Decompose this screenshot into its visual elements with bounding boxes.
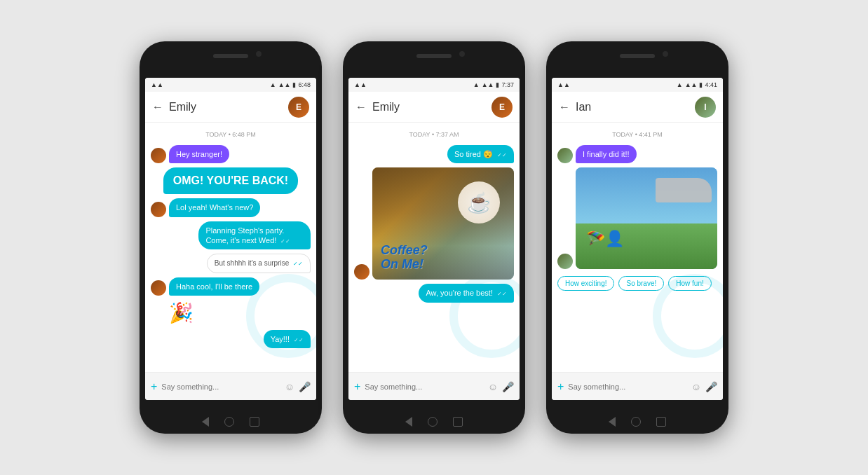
emoji-msg-1: 🎉 [169,301,311,324]
time-2: 7:37 [501,81,514,88]
bubble-6: Yay!!! ✓✓ [264,330,311,348]
tick-p2-2: ✓✓ [497,291,507,297]
message-input-2[interactable] [365,383,483,391]
nav-bar-1 [202,417,259,427]
nav-recent-2[interactable] [453,417,463,427]
status-icons-3: ▲ ▲▲ ▮ 4:41 [677,81,717,88]
back-arrow-3[interactable]: ← [559,101,570,113]
timestamp-1: TODAY • 6:48 PM [151,131,311,138]
nav-home-1[interactable] [224,417,234,427]
phone-body-2: ▲▲ ▲ ▲▲ ▮ 7:37 ← Emily E TODA [343,41,525,434]
msg-row-coffee: ☕ Coffee?On Me! [354,167,514,280]
msg-avatar-1 [151,148,166,163]
screen-3: ▲▲ ▲ ▲▲ ▮ 4:41 ← Ian I TODAY [552,78,723,400]
msg-row-skydive: 🪂👤 [557,167,717,269]
nav-bar-3 [609,417,666,427]
nav-back-2[interactable] [405,417,412,427]
status-signal-3: ▲▲ [557,81,570,88]
smart-reply-exciting[interactable]: How exciting! [557,276,614,291]
skydive-image: 🪂👤 [576,167,717,269]
mic-icon-1[interactable]: 🎤 [299,381,311,392]
msg-row-6: Yay!!! ✓✓ [151,330,311,348]
status-icons-2: ▲ ▲▲ ▮ 7:37 [473,81,514,88]
plane-shape [656,178,712,202]
add-icon-1[interactable]: + [151,380,157,393]
avatar-img-3: I [695,97,716,118]
tick-4: ✓✓ [293,261,303,267]
input-bar-1[interactable]: + ☺ 🎤 [145,372,316,400]
wifi-icon-2: ▲ [473,81,480,88]
contact-name-3: Ian [576,101,689,113]
smart-reply-fun[interactable]: How fun! [668,276,711,291]
back-arrow-2[interactable]: ← [355,101,367,113]
msg-row-2: Lol yeah! What's new? [151,198,311,216]
people-silhouette: 🪂👤 [586,230,624,248]
timestamp-3: TODAY • 4:41 PM [557,131,717,138]
mic-icon-3[interactable]: 🎤 [705,381,717,392]
tick-p2-1: ✓✓ [497,152,507,158]
signal-icon-3: ▲▲ [685,81,698,88]
msg-avatar-2 [151,202,166,217]
bubble-p3-1: I finally did it!! [576,145,637,163]
message-input-1[interactable] [161,383,280,391]
back-arrow-1[interactable]: ← [152,101,163,113]
bubble-5: Haha cool, I'll be there [169,277,259,296]
app-bar-2: ← Emily E [348,92,520,123]
smart-reply-brave[interactable]: So brave! [618,276,664,291]
msg-avatar-3 [151,280,166,296]
nav-home-3[interactable] [631,417,641,427]
tick-6: ✓✓ [294,337,304,343]
chat-area-2[interactable]: TODAY • 7:37 AM So tired 😴 ✓✓ ☕ Coffee?O… [348,123,520,372]
input-bar-3[interactable]: + ☺ 🎤 [552,372,723,400]
contact-name-2: Emily [372,101,486,113]
msg-avatar-coffee [354,264,369,280]
bubble-p2-1: So tired 😴 ✓✓ [447,145,514,163]
nav-home-2[interactable] [428,417,438,427]
screen-1: ▲▲ ▲ ▲▲ ▮ 6:48 ← Emily E [145,78,316,400]
tick-3: ✓✓ [280,238,290,245]
emoji-icon-1[interactable]: ☺ [285,381,294,392]
status-signal-1: ▲▲ [151,81,163,88]
coffee-placeholder: ☕ Coffee?On Me! [372,167,514,280]
nav-recent-3[interactable] [656,417,666,427]
nav-back-3[interactable] [609,417,616,427]
camera-3 [663,51,668,57]
chat-area-3[interactable]: TODAY • 4:41 PM I finally did it!! 🪂👤 [552,123,723,372]
avatar-ian-3: I [695,97,716,118]
avatar-initials-2: E [499,102,505,112]
contact-name-1: Emily [169,101,283,113]
msg-row-5: Haha cool, I'll be there [151,277,311,296]
app-bar-3: ← Ian I [552,92,723,123]
status-bar-1: ▲▲ ▲ ▲▲ ▮ 6:48 [145,78,316,92]
nav-bar-2 [405,417,463,427]
mic-icon-2[interactable]: 🎤 [502,381,514,392]
avatar-img-1: E [288,97,309,118]
msg-row-4: But shhhh it's a surprise ✓✓ [151,254,311,273]
emoji-icon-2[interactable]: ☺ [488,381,498,392]
emoji-icon-3[interactable]: ☺ [691,381,701,392]
bubble-big: OMG! YOU'RE BACK! [163,167,298,194]
phone-body-1: ▲▲ ▲ ▲▲ ▮ 6:48 ← Emily E [140,41,322,434]
nav-back-1[interactable] [202,417,209,427]
timestamp-2: TODAY • 7:37 AM [354,131,514,138]
phone-2: ▲▲ ▲ ▲▲ ▮ 7:37 ← Emily E TODA [343,41,525,434]
add-icon-3[interactable]: + [557,380,564,393]
status-bar-2: ▲▲ ▲ ▲▲ ▮ 7:37 [348,78,520,92]
chat-area-1[interactable]: TODAY • 6:48 PM Hey stranger! OMG! YOU'R… [145,123,316,372]
avatar-img-2: E [491,97,513,118]
screen-2: ▲▲ ▲ ▲▲ ▮ 7:37 ← Emily E TODA [348,78,520,400]
nav-recent-1[interactable] [250,417,259,427]
phone-1: ▲▲ ▲ ▲▲ ▮ 6:48 ← Emily E [140,41,322,434]
input-bar-2[interactable]: + ☺ 🎤 [348,372,520,400]
speaker-1 [213,54,248,58]
avatar-initials-1: E [296,102,301,112]
app-bar-1: ← Emily E [145,92,316,123]
camera-2 [459,51,465,57]
avatar-initials-3: I [704,102,706,112]
bubble-1: Hey stranger! [169,145,229,163]
add-icon-2[interactable]: + [354,380,360,393]
message-input-3[interactable] [568,383,686,391]
battery-icon-1: ▮ [292,81,296,88]
phone-body-3: ▲▲ ▲ ▲▲ ▮ 4:41 ← Ian I TODAY [546,41,728,434]
coffee-image: ☕ Coffee?On Me! [372,167,514,280]
